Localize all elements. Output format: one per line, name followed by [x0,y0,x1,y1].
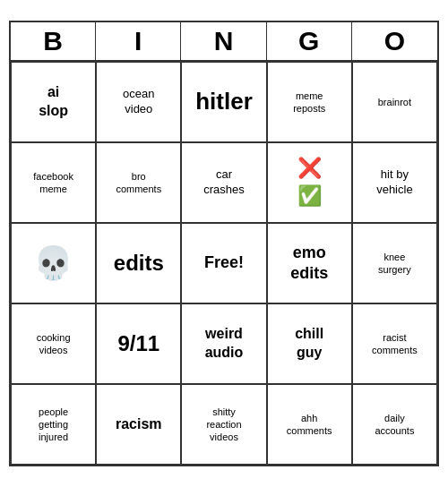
cell-r4c1: racism [96,384,181,465]
skull-icon: 💀 [33,243,73,285]
header-g: G [267,22,352,60]
cell-r3c2: weirdaudio [181,303,266,384]
cell-r4c2: shittyreactionvideos [181,384,266,465]
cell-r2c1: edits [96,223,181,303]
cell-r1c0: facebookmeme [11,142,96,223]
cell-r1c4: hit byvehicle [352,142,437,223]
green-check-icon: ✅ [297,184,322,209]
header-o: O [352,22,437,60]
cell-r0c4: brainrot [352,62,437,142]
bingo-header: B I N G O [11,22,437,62]
cell-r2c4: kneesurgery [352,223,437,303]
cell-r4c3: ahhcomments [267,384,352,465]
red-x-icon: ❌ [297,156,322,182]
cell-r0c2: hitler [181,62,266,142]
cell-r1c2: carcrashes [181,142,266,223]
cell-r3c4: racistcomments [352,303,437,384]
header-i: I [96,22,181,60]
cell-r3c1: 9/11 [96,303,181,384]
cell-r0c3: memereposts [267,62,352,142]
bingo-card: B I N G O aislop oceanvideo hitler memer… [9,21,439,466]
cell-r4c0: peoplegettinginjured [11,384,96,465]
cell-r0c0: aislop [11,62,96,142]
cell-r3c3: chillguy [267,303,352,384]
cell-r0c1: oceanvideo [96,62,181,142]
cell-r2c2: Free! [181,223,266,303]
cell-r4c4: dailyaccounts [352,384,437,465]
cell-r3c0: cookingvideos [11,303,96,384]
cell-r2c3: emoedits [267,223,352,303]
bingo-grid: aislop oceanvideo hitler memereposts bra… [11,62,437,465]
cell-r1c1: brocomments [96,142,181,223]
cell-r2c0: 💀 [11,223,96,303]
cell-r1c3: ❌ ✅ [267,142,352,223]
header-b: B [11,22,96,60]
header-n: N [181,22,266,60]
